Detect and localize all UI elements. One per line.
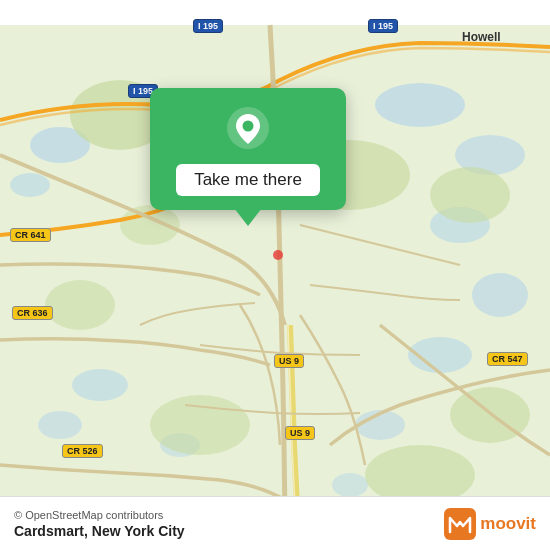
svg-point-3 — [375, 83, 465, 127]
svg-point-18 — [45, 280, 115, 330]
moovit-icon — [444, 508, 476, 540]
map-container: I 195 I 195 I 195 Howell CR 641 CR 636 U… — [0, 0, 550, 550]
shield-us9-2: US 9 — [285, 426, 315, 440]
shield-i195-top: I 195 — [193, 19, 223, 33]
shield-cr526: CR 526 — [62, 444, 103, 458]
shield-i195-right: I 195 — [368, 19, 398, 33]
shield-cr641: CR 641 — [10, 228, 51, 242]
svg-point-6 — [472, 273, 528, 317]
shield-us9-1: US 9 — [274, 354, 304, 368]
location-pin-icon — [226, 106, 270, 150]
popup-card[interactable]: Take me there — [150, 88, 346, 210]
svg-point-12 — [332, 473, 368, 497]
howell-label: Howell — [462, 30, 501, 44]
svg-point-21 — [273, 250, 283, 260]
moovit-text: moovit — [480, 514, 536, 534]
take-me-there-button[interactable]: Take me there — [176, 164, 320, 196]
svg-point-15 — [430, 167, 510, 223]
map-background — [0, 0, 550, 550]
svg-point-9 — [38, 411, 82, 439]
svg-point-8 — [72, 369, 128, 401]
shield-cr547: CR 547 — [487, 352, 528, 366]
svg-point-16 — [150, 395, 250, 455]
svg-point-23 — [243, 121, 254, 132]
moovit-logo: moovit — [444, 508, 536, 540]
bottom-bar: © OpenStreetMap contributors Cardsmart, … — [0, 496, 550, 550]
svg-point-2 — [10, 173, 50, 197]
shield-cr636: CR 636 — [12, 306, 53, 320]
location-name: Cardsmart, New York City — [14, 523, 185, 539]
map-attribution: © OpenStreetMap contributors — [14, 509, 185, 521]
